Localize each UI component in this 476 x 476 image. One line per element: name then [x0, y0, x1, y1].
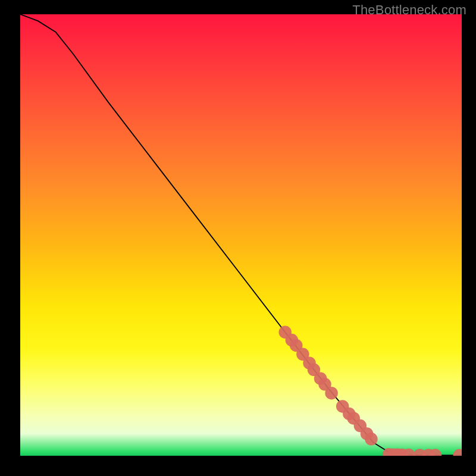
curve-line — [20, 14, 462, 455]
scatter-dot — [327, 389, 336, 397]
scatter-dot — [367, 435, 375, 443]
chart-frame: TheBottleneck.com — [0, 0, 476, 476]
scatter-dot — [299, 350, 307, 358]
scatter-dot — [431, 451, 439, 456]
scatter-dot — [309, 365, 318, 374]
scatter-dot — [292, 341, 300, 349]
scatter-dot — [405, 450, 413, 456]
chart-svg — [20, 14, 462, 456]
scatter-dot — [455, 451, 462, 456]
scatter-dot — [321, 380, 329, 389]
scatter-group — [281, 328, 462, 456]
plot-area — [20, 14, 462, 456]
